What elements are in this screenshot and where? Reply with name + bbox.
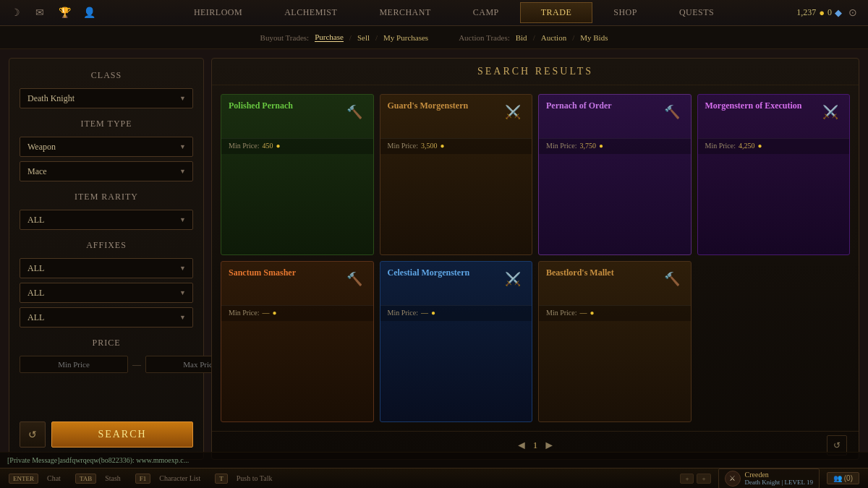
item-type-filter: Item Type Weapon Armor Accessory Mace Sw… (20, 119, 193, 181)
bid-link[interactable]: Bid (516, 33, 527, 42)
tab-alchemist[interactable]: Alchemist (263, 2, 358, 23)
item-top: Polished Pernach 🔨 (221, 95, 373, 138)
coin-icon: ● (599, 142, 603, 150)
affixes-label: Affixes (20, 240, 193, 251)
t-label: Push to Talk (237, 474, 273, 482)
min-price-input[interactable] (20, 356, 128, 373)
purchase-link[interactable]: Purchase (315, 33, 344, 42)
price-value: 3,750 (580, 142, 597, 150)
auction-label: Auction Trades: (459, 33, 510, 42)
weapon-select-wrapper: Weapon Armor Accessory (20, 137, 193, 157)
weapon-subtype-select[interactable]: Mace Sword Axe Dagger Staff Bow (20, 161, 193, 181)
item-price: Min Price: — ● (221, 305, 373, 321)
next-page-button[interactable]: ► (537, 437, 561, 453)
chat-message: [Private Message]asdfqwrqeqw(bo822336): … (7, 456, 189, 464)
list-item[interactable]: Beastlord's Mallet 🔨 Min Price: — ● (538, 261, 692, 422)
coin-icon: ● (431, 309, 435, 317)
class-select[interactable]: Death Knight Warrior Paladin Ranger Mage… (20, 88, 193, 108)
list-item[interactable]: Morgenstern of Execution ⚔️ Min Price: 4… (697, 94, 851, 255)
tab-quests[interactable]: Quests (658, 2, 735, 23)
list-item[interactable]: Celestial Morgenstern ⚔️ Min Price: — ● (380, 261, 533, 422)
item-price: Min Price: — ● (539, 305, 691, 321)
item-name: Celestial Morgenstern (388, 267, 498, 279)
list-item[interactable]: Pernach of Order 🔨 Min Price: 3,750 ● (538, 94, 692, 255)
coin-amount: 1,237 (796, 7, 816, 18)
results-header: SEARCH RESULTS (212, 59, 859, 85)
item-name: Morgenstern of Execution (705, 100, 815, 112)
results-grid: Polished Pernach 🔨 Min Price: 450 ● Guar… (212, 85, 859, 431)
item-top: Guard's Morgenstern ⚔️ (380, 95, 532, 138)
auction-link[interactable]: Auction (541, 33, 566, 42)
tab-heirloom[interactable]: Heirloom (173, 2, 263, 23)
rarity-select[interactable]: ALL Common Uncommon Rare Epic Legendary (20, 210, 193, 230)
item-price: Min Price: 3,750 ● (539, 138, 691, 154)
subtype-select-wrapper: Mace Sword Axe Dagger Staff Bow (20, 161, 193, 181)
affixes-filter: Affixes ALL ALL ALL (20, 240, 193, 328)
list-item[interactable]: Polished Pernach 🔨 Min Price: 450 ● (221, 94, 374, 255)
price-label: Price (20, 338, 193, 348)
affix1-select[interactable]: ALL (20, 258, 193, 278)
tab-trade[interactable]: Trade (520, 2, 593, 23)
nav-tabs: Heirloom Alchemist Merchant Camp Trade S… (111, 2, 796, 23)
sell-link[interactable]: Sell (357, 33, 370, 42)
moon-icon[interactable]: ☽ (7, 5, 23, 21)
weapon-icon: ⚔️ (819, 100, 842, 124)
affix3-select[interactable]: ALL (20, 307, 193, 328)
char-menu-icon[interactable]: ⊙ (845, 5, 861, 21)
add-icon-1[interactable]: + (680, 474, 694, 484)
prev-page-button[interactable]: ◄ (510, 437, 533, 453)
trophy-icon[interactable]: 🏆 (56, 5, 72, 21)
item-name: Guard's Morgenstern (388, 100, 498, 112)
nav-icons: ☽ ✉ 🏆 👤 (7, 5, 97, 21)
affix2-select[interactable]: ALL (20, 283, 193, 303)
add-icon-2[interactable]: + (697, 474, 710, 484)
bottom-right: + + ⚔ Creeden Death Knight | LEVEL 19 👥 … (680, 468, 859, 489)
top-nav: ☽ ✉ 🏆 👤 Heirloom Alchemist Merchant Camp… (0, 0, 868, 26)
item-name: Polished Pernach (229, 100, 339, 112)
tab-camp[interactable]: Camp (452, 2, 520, 23)
char-info: ⚔ Creeden Death Knight | LEVEL 19 (718, 468, 820, 489)
my-bids-link[interactable]: My Bids (580, 33, 608, 42)
my-purchases-link[interactable]: My Purchases (383, 33, 428, 42)
profile-icon[interactable]: 👤 (81, 5, 97, 21)
nav-right: 1,237 ● 0 ◆ ⊙ (796, 5, 861, 21)
item-name: Beastlord's Mallet (546, 267, 656, 279)
gem-amount: 0 (827, 7, 832, 18)
trade-bar: Buyout Trades: Purchase / Sell / My Purc… (0, 26, 868, 49)
tab-key: TAB (75, 474, 96, 484)
blue-gem-icon: ◆ (835, 7, 842, 19)
char-details: Creeden Death Knight | LEVEL 19 (745, 471, 813, 486)
bottom-buttons: ↺ SEARCH (20, 421, 193, 448)
right-panel: SEARCH RESULTS Polished Pernach 🔨 Min Pr… (211, 58, 859, 460)
weapon-icon: 🔨 (660, 267, 684, 291)
item-top: Morgenstern of Execution ⚔️ (698, 95, 850, 138)
price-value: — (421, 309, 428, 317)
coin-icon: ● (441, 142, 445, 150)
rarity-filter: Item Rarity ALL Common Uncommon Rare Epi… (20, 192, 193, 230)
reset-button[interactable]: ↺ (20, 421, 46, 448)
affix2-wrapper: ALL (20, 283, 193, 303)
tab-shop[interactable]: Shop (592, 2, 658, 23)
weapon-type-select[interactable]: Weapon Armor Accessory (20, 137, 193, 157)
auction-section: Auction Trades: Bid / Auction / My Bids (459, 33, 608, 42)
item-price: Min Price: 3,500 ● (380, 138, 532, 154)
affix3-wrapper: ALL (20, 307, 193, 328)
list-item[interactable]: Sanctum Smasher 🔨 Min Price: — ● (221, 261, 374, 422)
f1-key: F1 (135, 474, 151, 484)
search-button[interactable]: SEARCH (51, 421, 193, 448)
weapon-icon: 🔨 (343, 100, 366, 124)
t-key: T (215, 474, 228, 484)
mail-icon[interactable]: ✉ (32, 5, 48, 21)
chat-bar: [Private Message]asdfqwrqeqw(bo822336): … (0, 452, 868, 468)
item-type-label: Item Type (20, 119, 193, 129)
list-item[interactable]: Guard's Morgenstern ⚔️ Min Price: 3,500 … (380, 94, 533, 255)
tab-merchant[interactable]: Merchant (358, 2, 451, 23)
weapon-icon: ⚔️ (501, 100, 524, 124)
players-button[interactable]: 👥 (0) (827, 472, 859, 484)
tab-label: Stash (105, 474, 121, 482)
price-row: — (20, 356, 193, 373)
price-value: 3,500 (421, 142, 438, 150)
rarity-label: Item Rarity (20, 192, 193, 202)
gold-coin-icon: ● (819, 7, 825, 19)
price-filter: Price — (20, 338, 193, 373)
